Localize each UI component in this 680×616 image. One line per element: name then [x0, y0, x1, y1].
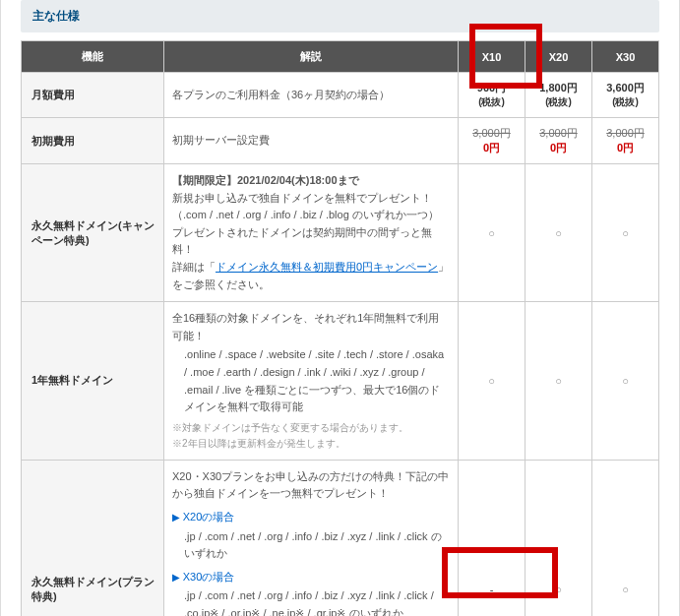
mark-one-year-x10: ○: [459, 302, 525, 461]
label-monthly: 月額費用: [22, 73, 164, 118]
campaign-link[interactable]: ドメイン永久無料＆初期費用0円キャンペーン: [216, 261, 438, 273]
row-free-domain-campaign: 永久無料ドメイン(キャンペーン特典) 【期間限定】2021/02/04(木)18…: [22, 164, 659, 302]
now-x20: 0円: [533, 141, 584, 155]
section-title: 主な仕様: [21, 0, 659, 32]
cell-monthly-x10: 900円 (税抜): [459, 73, 525, 118]
cell-initial-x30: 3,000円 0円: [592, 118, 659, 164]
campaign-line3a: 詳細は「: [172, 261, 216, 273]
orig-x20: 3,000円: [533, 126, 584, 141]
x30-sep2: ※ /: [251, 607, 269, 616]
x30-nejp: .ne.jp: [270, 607, 296, 616]
row-one-year-domain: 1年無料ドメイン 全16種類の対象ドメインを、それぞれ1年間無料で利用可能！ .…: [22, 302, 659, 461]
x20-tlds: .jp / .com / .net / .org / .info / .biz …: [184, 528, 450, 563]
x30-subhead: X30の場合: [172, 569, 450, 586]
cell-initial-x10: 3,000円 0円: [459, 118, 525, 164]
row-initial: 初期費用 初期サーバー設定費 3,000円 0円 3,000円 0円 3,000…: [22, 118, 659, 164]
campaign-tlds: （.com / .net / .org / .info / .biz / .bl…: [172, 207, 450, 224]
tax-x30: (税抜): [600, 95, 650, 109]
x30-tlds: .jp / .com / .net / .org / .info / .biz …: [184, 587, 450, 616]
now-x30: 0円: [600, 141, 650, 155]
one-year-note2: 2年目以降は更新料金が発生します。: [172, 436, 450, 452]
desc-free-domain-campaign: 【期間限定】2021/02/04(木)18:00まで 新規お申し込みで独自ドメイ…: [164, 164, 459, 302]
label-free-domain-campaign: 永久無料ドメイン(キャンペーン特典): [22, 164, 164, 302]
orig-x30: 3,000円: [600, 126, 650, 141]
x30-sep1: ※ /: [210, 607, 227, 616]
x20-subhead: X20の場合: [172, 509, 450, 526]
th-plan-x10: X10: [459, 41, 525, 73]
label-free-domain-plan: 永久無料ドメイン(プラン特典): [22, 460, 164, 616]
mark-plan-x20: ○: [525, 460, 592, 616]
desc-one-year: 全16種類の対象ドメインを、それぞれ1年間無料で利用可能！ .online / …: [164, 302, 459, 461]
one-year-line1: 全16種類の対象ドメインを、それぞれ1年間無料で利用可能！: [172, 310, 450, 344]
mark-one-year-x20: ○: [525, 302, 592, 461]
limited-text: 【期間限定】2021/02/04(木)18:00まで: [172, 174, 359, 186]
campaign-line2: プレゼントされたドメインは契約期間中の間ずっと無料！: [172, 224, 450, 259]
cell-initial-x20: 3,000円 0円: [525, 118, 592, 164]
mark-plan-x30: ○: [592, 460, 659, 616]
x30-cojp: .co.jp: [184, 607, 210, 616]
orig-x10: 3,000円: [466, 126, 517, 141]
desc-initial: 初期サーバー設定費: [164, 118, 459, 164]
now-x10: 0円: [466, 141, 517, 155]
x30-tlds-b: ※ のいずれか: [337, 607, 402, 616]
spec-table: 機能 解説 X10 X20 X30 月額費用 各プランのご利用料金（36ヶ月契約…: [21, 40, 659, 616]
mark-plan-x10: -: [459, 460, 525, 616]
price-x30: 3,600円: [600, 81, 650, 95]
plan-intro: X20・X30プランをお申し込みの方だけの特典！下記の中から独自ドメインを一つ無…: [172, 468, 450, 503]
label-initial: 初期費用: [22, 118, 164, 164]
campaign-line1: 新規お申し込みで独自ドメインを無料でプレゼント！: [172, 190, 450, 208]
row-free-domain-plan: 永久無料ドメイン(プラン特典) X20・X30プランをお申し込みの方だけの特典！…: [22, 460, 659, 616]
th-feature: 機能: [22, 41, 164, 73]
tax-x10: (税抜): [466, 95, 517, 109]
tax-x20: (税抜): [533, 95, 584, 109]
x30-grjp: .gr.jp: [314, 607, 338, 616]
label-one-year: 1年無料ドメイン: [22, 302, 164, 461]
price-x10: 900円: [466, 81, 517, 95]
row-monthly: 月額費用 各プランのご利用料金（36ヶ月契約の場合） 900円 (税抜) 1,8…: [22, 73, 659, 118]
mark-campaign-x10: ○: [459, 164, 525, 302]
desc-monthly: 各プランのご利用料金（36ヶ月契約の場合）: [164, 73, 459, 118]
one-year-note1: 対象ドメインは予告なく変更する場合があります。: [172, 420, 450, 436]
cell-monthly-x20: 1,800円 (税抜): [525, 73, 592, 118]
x30-sep3: ※ /: [295, 607, 313, 616]
th-desc: 解説: [164, 41, 459, 73]
cell-monthly-x30: 3,600円 (税抜): [592, 73, 659, 118]
th-plan-x30: X30: [592, 41, 659, 73]
desc-free-domain-plan: X20・X30プランをお申し込みの方だけの特典！下記の中から独自ドメインを一つ無…: [164, 460, 459, 616]
mark-campaign-x30: ○: [592, 164, 659, 302]
price-x20: 1,800円: [533, 81, 584, 95]
x30-tlds-a: .jp / .com / .net / .org / .info / .biz …: [184, 589, 434, 601]
th-plan-x20: X20: [525, 41, 592, 73]
mark-one-year-x30: ○: [592, 302, 659, 461]
mark-campaign-x20: ○: [525, 164, 592, 302]
x30-orjp: .or.jp: [227, 607, 251, 616]
one-year-tlds: .online / .space / .website / .site / .t…: [184, 346, 450, 415]
